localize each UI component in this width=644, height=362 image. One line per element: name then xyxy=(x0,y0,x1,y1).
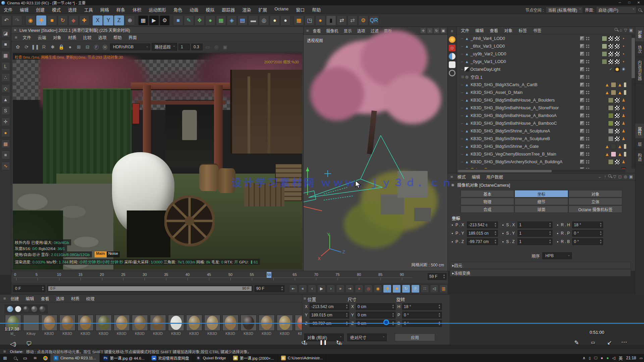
polygons-mode-icon[interactable]: ▲ xyxy=(1,95,10,104)
visibility-dots[interactable] xyxy=(586,45,589,48)
object-name[interactable]: KB3D_SHG_BldgSmShrine_A_Gate xyxy=(471,144,539,149)
lv-menu-界面[interactable]: 界面 xyxy=(125,34,140,41)
view-toggle-icon[interactable]: ▣ xyxy=(440,28,446,34)
scale-tool-icon[interactable]: ■ xyxy=(47,15,57,25)
video-note-icon[interactable]: ✎ xyxy=(574,339,579,346)
object-row[interactable]: –◉OctaneCamera∷ xyxy=(457,166,630,169)
object-name[interactable]: 空白.1 xyxy=(471,74,482,80)
taskbar-app[interactable]: Ps第一课.jpg @ 44.6... xyxy=(100,354,148,362)
om-menu-文件[interactable]: 文件 xyxy=(458,27,472,34)
deformer-icon[interactable]: ◈ xyxy=(227,15,237,25)
tray-volume-icon[interactable]: ◁ xyxy=(612,356,615,360)
checker-tag-icon[interactable] xyxy=(614,105,620,111)
preset-ball-icon[interactable] xyxy=(39,306,45,312)
object-row[interactable]: –▲KB3D_SHG_BldgXSCarts_A_CartB▲▲ xyxy=(457,81,630,88)
axis-mode-icon[interactable]: ✛ xyxy=(1,117,10,126)
region-render-icon[interactable]: R xyxy=(40,43,48,51)
task-view-icon[interactable]: ▭ xyxy=(20,354,30,362)
lv-kernel-select[interactable]: 路径追踪 xyxy=(152,43,177,51)
visibility-dots[interactable] xyxy=(586,91,589,94)
undo-icon[interactable]: ↶ xyxy=(1,15,11,25)
attr-tab-立体[interactable]: 立体 xyxy=(569,198,622,205)
primitive-cube-icon[interactable]: ■ xyxy=(173,15,183,25)
apply-button[interactable]: 应用 xyxy=(395,334,435,341)
attr-tab-球面[interactable]: 球面 xyxy=(515,205,568,213)
lv-display-mode-select[interactable]: HDR/sRGB xyxy=(110,44,150,50)
coord-field[interactable]: -99.737 cm▲▼ xyxy=(467,238,498,245)
edges-mode-icon[interactable]: ◇ xyxy=(1,84,10,93)
snow-tag-icon[interactable]: ✳ xyxy=(621,67,626,72)
viewport-menu-选项[interactable]: 选项 xyxy=(355,28,368,34)
object-name[interactable]: KB3D_SHG_BldgXSCarts_A_CartB xyxy=(471,82,537,87)
thumb-tag-icon[interactable] xyxy=(602,44,607,49)
lv-menu-对象[interactable]: 对象 xyxy=(50,34,65,41)
half-tag-icon[interactable] xyxy=(624,152,626,157)
half-tag-icon[interactable] xyxy=(624,90,626,95)
menu-渲染[interactable]: 渲染 xyxy=(238,6,255,13)
keyframe-radio[interactable] xyxy=(556,240,559,244)
lock-resolution-icon[interactable]: 🔒 xyxy=(58,43,65,51)
thumb-tag-icon[interactable] xyxy=(611,90,616,95)
start-button[interactable]: ⊞ xyxy=(0,354,10,362)
object-row[interactable]: –▲KB3D_SHG_BldgSmBathHouse_A_StoneFloor♟ xyxy=(457,104,630,112)
lv-gamma-field[interactable]: 0.3 xyxy=(191,44,203,50)
orb-tag-icon[interactable]: ● xyxy=(621,59,626,64)
lv-samples-field[interactable]: 1 xyxy=(178,44,190,50)
main-pass-badge[interactable]: Main xyxy=(95,251,107,257)
thumb-tag-icon[interactable] xyxy=(608,159,613,165)
go-start-button[interactable]: ⇤ xyxy=(289,285,298,293)
visibility-dots[interactable] xyxy=(586,106,589,110)
material-menu-材质[interactable]: 材质 xyxy=(68,295,83,302)
camera-tool-icon[interactable]: ◎ xyxy=(259,15,269,25)
menu-帮助[interactable]: 帮助 xyxy=(308,6,324,13)
visibility-dots[interactable] xyxy=(586,60,589,63)
menu-跟踪器[interactable]: 跟踪器 xyxy=(218,6,238,13)
thumb-tag-icon[interactable] xyxy=(602,51,607,57)
preset-ball-icon[interactable] xyxy=(15,306,21,312)
checker-tag-icon[interactable] xyxy=(608,51,613,57)
object-name[interactable]: KB3D_SHG_Asset_D_Main xyxy=(471,90,523,95)
object-row[interactable]: –▲KB3D_SHG_VegCherryBlossomTree_B_Main▲▲ xyxy=(457,150,630,158)
coord-field[interactable]: 189.015 cm▲▼ xyxy=(310,312,349,318)
coord-field[interactable]: 18 °▲▼ xyxy=(572,222,603,228)
om-menu-编辑[interactable]: 编辑 xyxy=(472,27,487,34)
y-axis-lock-icon[interactable]: Y xyxy=(103,15,113,25)
object-row[interactable]: –▲KB3D_SHG_BldgSmBathHouse_A_BambooA♟ xyxy=(457,112,630,119)
target-icon[interactable] xyxy=(449,70,455,76)
material-item[interactable]: ld_ xyxy=(5,315,21,336)
menu-编辑[interactable]: 编辑 xyxy=(16,6,32,13)
record-key-button[interactable]: ● xyxy=(355,285,363,293)
spline-mode-icon[interactable]: S xyxy=(1,106,10,115)
om-add-icon[interactable]: ▣ xyxy=(629,28,633,33)
timeline-playhead[interactable]: 59 xyxy=(267,272,271,278)
material-item[interactable]: Kikuy xyxy=(23,315,39,336)
material-item[interactable]: KB3D xyxy=(240,315,257,336)
coord-field[interactable]: 1▲▼ xyxy=(518,238,552,245)
visibility-dots[interactable] xyxy=(586,137,589,140)
checker-tag-icon[interactable] xyxy=(614,44,620,49)
object-name[interactable]: KB3D_SHG_BldgSmBathHouse_A_StoneFloor xyxy=(471,106,559,110)
object-row[interactable]: –OctaneDayLight✓✳ xyxy=(457,65,630,73)
edit-toggle-icon[interactable] xyxy=(580,59,584,64)
edit-toggle-icon[interactable] xyxy=(580,160,584,164)
video-shrink-icon[interactable]: ↙ xyxy=(607,339,612,346)
checker-tag-icon[interactable] xyxy=(608,36,613,41)
prev-frame-button[interactable]: ‹ xyxy=(308,285,316,293)
menu-网格[interactable]: 网格 xyxy=(97,6,113,13)
range-end-field[interactable]: 90 F▲▼ xyxy=(255,285,284,292)
edit-toggle-icon[interactable] xyxy=(580,98,584,102)
menu-体积[interactable]: 体积 xyxy=(129,6,145,13)
edit-toggle-icon[interactable] xyxy=(580,67,584,71)
keyframe-radio[interactable] xyxy=(501,223,505,227)
object-name[interactable]: _uy9b_Var2_LOD0 xyxy=(471,52,506,56)
tray-clock[interactable]: 21:18 xyxy=(626,356,636,360)
edit-toggle-icon[interactable] xyxy=(580,106,584,110)
pause-render-icon[interactable]: ❚❚ xyxy=(32,43,39,51)
order-select[interactable]: HPB xyxy=(542,252,572,259)
coord-field[interactable]: 0 °▲▼ xyxy=(402,312,442,318)
attr-search-icon[interactable] xyxy=(608,174,611,177)
edit-toggle-icon[interactable] xyxy=(580,113,584,118)
edit-toggle-icon[interactable] xyxy=(580,52,584,56)
rewind-button[interactable]: ↺10 xyxy=(301,339,306,346)
attr-tab-对象[interactable]: 对象 xyxy=(569,190,622,197)
